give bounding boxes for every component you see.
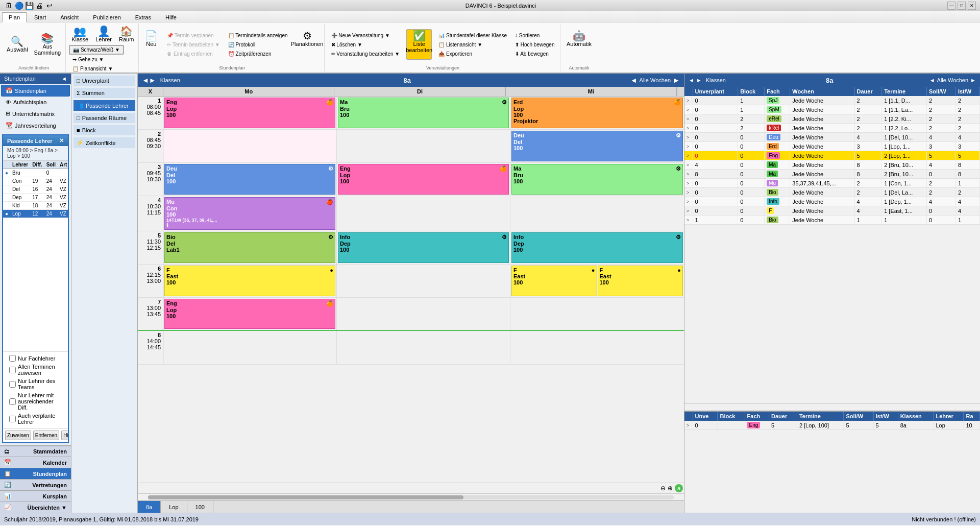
loeschen-button[interactable]: ✖ Löschen ▼	[328, 40, 404, 49]
sidebar-item-unterrichtsmatrix[interactable]: ⊞ Unterrichtsmatrix	[1, 108, 70, 119]
undo-icon[interactable]: ↩	[45, 1, 54, 10]
klasse-button[interactable]: 👥 Klasse	[69, 25, 91, 44]
timetable-hscroll[interactable]	[138, 493, 684, 500]
checkbox-allen-terminen-input[interactable]	[9, 367, 16, 373]
cell-7-mo[interactable]: Eng🍊 Lop 100	[163, 298, 337, 330]
hinzufuegen-button[interactable]: Hinzufügen	[61, 431, 69, 440]
right-nav-right[interactable]: ►	[696, 77, 702, 83]
checkbox-nur-team-input[interactable]	[9, 381, 16, 388]
table-row[interactable]: > 0 1 SpM Jede Woche 2 1 [1.1, Ea... 2 2	[684, 105, 980, 114]
raum-button[interactable]: 🏠 Raum	[116, 25, 136, 44]
termindetails-button[interactable]: 📋 Termindetails anzeigen	[225, 31, 291, 40]
sortieren-button[interactable]: ↕ Sortieren	[511, 31, 558, 40]
protokoll-button[interactable]: 🔄 Protokoll	[225, 40, 291, 49]
expand-cell[interactable]: >	[684, 421, 693, 430]
sidebar-group-kalender[interactable]: 📅 Kalender	[0, 457, 71, 468]
expand-cell[interactable]: >	[684, 142, 693, 151]
cell-8-di[interactable]	[337, 331, 510, 364]
table-row-selected[interactable]: ● Lop 12 24 VZ	[3, 210, 68, 218]
timetable-weeks-nav-right[interactable]: ►	[673, 76, 680, 84]
tab-100[interactable]: 100	[187, 501, 213, 513]
sidebar-group-uebersichten[interactable]: 📈 Übersichten ▼	[0, 501, 71, 513]
expand-cell[interactable]: >	[684, 216, 693, 225]
table-row[interactable]: > 0 2 eRel Jede Woche 2 1 [2.2, Ki... 2 …	[684, 114, 980, 124]
table-row[interactable]: > 0 0 Deu Jede Woche 4 1 [Del, 10... 4 4	[684, 133, 980, 142]
right-nav-left[interactable]: ◄	[689, 77, 694, 83]
cell-1-di[interactable]: Ma⚙ Bru 100	[337, 97, 510, 129]
sidebar-item-jahresverteilung[interactable]: 📆 Jahresverteilung	[1, 119, 70, 131]
sidebar-group-stundenplan-bottom[interactable]: 📋 Stundenplan	[0, 468, 71, 479]
cell-8-mo[interactable]	[163, 331, 337, 364]
exportieren-button[interactable]: 📤 Exportieren	[435, 50, 510, 58]
tab-publizieren[interactable]: Publizieren	[86, 12, 127, 22]
sub-panel-block[interactable]: ■ Block	[74, 125, 135, 135]
cell-8-mi[interactable]	[510, 331, 684, 364]
maximize-button[interactable]: □	[958, 2, 966, 10]
schwarz-weiss-button[interactable]: 📷 Schwarz/Weiß ▼	[69, 45, 124, 55]
right-vscroll[interactable]	[684, 403, 980, 411]
right-weeks-nav-right[interactable]: ►	[970, 77, 976, 83]
lehrer-button[interactable]: 👤 Lehrer	[93, 25, 114, 44]
scroll-go-btn[interactable]: a	[675, 484, 683, 492]
auswahl-button[interactable]: 🔍 Auswahl	[4, 35, 31, 54]
table-row[interactable]: > 0 1 SpJ Jede Woche 2 1 [1.1, D... 2 2	[684, 96, 980, 105]
tab-ansicht[interactable]: Ansicht	[54, 12, 85, 22]
sidebar-group-kursplan[interactable]: 📊 Kursplan	[0, 490, 71, 501]
liste-bearbeiten-button[interactable]: ✅ Listebearbeiten	[406, 29, 432, 60]
expand-cell[interactable]: >	[684, 197, 693, 206]
tab-8a[interactable]: 8a	[138, 501, 161, 513]
entfernen-button[interactable]: Entfernen	[33, 431, 59, 440]
neue-veranstaltung-button[interactable]: ➕ Neue Veranstaltung ▼	[328, 31, 404, 40]
minimize-button[interactable]: —	[947, 2, 955, 10]
expand-cell[interactable]: >	[684, 133, 693, 142]
table-row[interactable]: Del 16 24 VZ	[3, 185, 68, 194]
cell-6-di[interactable]	[337, 265, 510, 297]
automatik-button[interactable]: 🤖 Automatik	[564, 29, 594, 60]
cell-2-di[interactable]	[337, 130, 510, 162]
checkbox-verplante-lehrer-input[interactable]	[9, 416, 16, 422]
expand-cell[interactable]: >	[684, 179, 693, 188]
cell-4-mi[interactable]	[510, 196, 684, 231]
sub-panel-passende-lehrer[interactable]: 👥 Passende Lehrer	[74, 100, 135, 111]
tab-start[interactable]: Start	[28, 12, 53, 22]
expand-cell[interactable]: >	[684, 124, 693, 133]
cell-4-mo[interactable]: Mu🍎 Con 100 14T1W [35, 37, 39, 41,... ℹ	[163, 196, 337, 231]
save-icon[interactable]: 💾	[24, 1, 34, 10]
cell-3-mo[interactable]: Deu⚙ Del 100	[163, 163, 337, 196]
expand-cell[interactable]: >	[684, 114, 693, 124]
tab-plan[interactable]: Plan	[2, 12, 27, 22]
sidebar-group-vertretungen[interactable]: 🔄 Vertretungen	[0, 479, 71, 490]
gehe-zu-button[interactable]: ➡ Gehe zu ▼	[69, 55, 124, 64]
ab-bewegen-button[interactable]: ⬇ Ab bewegen	[511, 50, 558, 58]
table-row[interactable]: Kid 18 24 VZ	[3, 202, 68, 210]
passende-lehrer-close-icon[interactable]: ✕	[59, 137, 64, 144]
zeitpraeferenzen-button[interactable]: ⏰ Zeitpräferenzen	[225, 50, 291, 58]
table-row[interactable]: Dep 17 24 VZ	[3, 194, 68, 202]
table-row[interactable]: > 0 0 Info Jede Woche 4 1 [Dep, 1... 4 4	[684, 197, 980, 206]
cell-3-di[interactable]: Eng🍊 Lop 100	[337, 163, 510, 196]
scroll-plus-btn[interactable]: ⊕	[668, 485, 673, 492]
print-icon[interactable]: 🖨	[35, 1, 44, 10]
cell-4-di[interactable]	[337, 196, 510, 231]
tab-extras[interactable]: Extras	[129, 12, 158, 22]
sub-panel-passende-raeume[interactable]: □ Passende Räume	[74, 113, 135, 123]
cell-5-di[interactable]: Info⚙ Dep 100	[337, 231, 510, 264]
sidebar-item-aufsichtsplan[interactable]: 👁 Aufsichtsplan	[1, 97, 70, 108]
table-row[interactable]: > 4 0 Ma Jede Woche 8 2 [Bru, 10... 4 8	[684, 160, 980, 170]
bottom-detail-row[interactable]: > 0 Eng 5 2 [Lop, 100] 5 5 8a Lop 10	[684, 421, 980, 430]
cell-7-mi[interactable]	[510, 298, 684, 330]
table-row[interactable]: > 0 0 Mu 35,37,39,41,45,... 2 1 [Con, 1.…	[684, 179, 980, 188]
planaktionen-button[interactable]: ⚙ Planaktionen	[295, 29, 320, 60]
checkbox-ausreichend-diff-input[interactable]	[9, 398, 16, 405]
hoch-bewegen-button[interactable]: ⬆ Hoch bewegen	[511, 40, 558, 49]
listenansicht-button[interactable]: 📋 Listenansicht ▼	[435, 40, 510, 49]
aus-sammlung-button[interactable]: 📚 AusSammlung	[32, 32, 64, 57]
expand-cell[interactable]: >	[684, 188, 693, 197]
table-row[interactable]: > 1 0 Bio Jede Woche 1 1 0 1	[684, 216, 980, 225]
cell-6-mi[interactable]: F● East 100 F● East 100	[510, 265, 684, 297]
checkbox-nur-fachlehrer-input[interactable]	[9, 355, 16, 362]
planansicht-button[interactable]: 📋 Planansicht ▼	[69, 64, 124, 73]
table-row[interactable]: > 0 2 kRel Jede Woche 2 1 [2.2, Lo... 2 …	[684, 124, 980, 133]
table-row[interactable]: > 0 0 Erd Jede Woche 3 1 [Lop, 1... 3 3	[684, 142, 980, 151]
tab-hilfe[interactable]: Hilfe	[159, 12, 183, 22]
